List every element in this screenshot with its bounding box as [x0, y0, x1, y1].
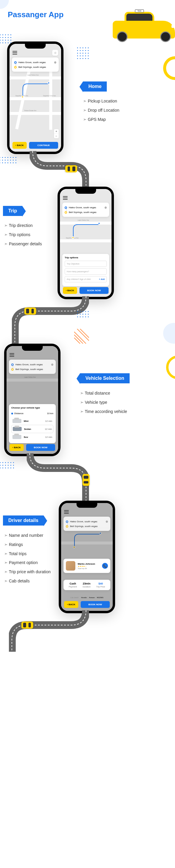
dropoff-icon — [14, 66, 17, 68]
back-button[interactable]: ‹ BACK — [9, 444, 24, 451]
locate-icon[interactable]: ⊕ — [54, 61, 56, 64]
svg-line-2 — [74, 338, 80, 344]
driver-card: Marks Johnson ★★★★☆ Total trip 84 📞 — [63, 559, 110, 573]
phone-trip: Lapis Harbor Ave Sapphire Cove Ave Hales… — [58, 187, 114, 299]
home-label: Home — [83, 82, 107, 92]
driver-features: Name and number Ratings Total trips Paym… — [4, 531, 51, 586]
add-link[interactable]: + Add — [99, 278, 105, 280]
menu-icon[interactable] — [63, 196, 68, 200]
road-segment — [27, 450, 89, 506]
menu-icon[interactable] — [64, 510, 69, 514]
taxi-road-icon — [24, 308, 36, 315]
vehicle-panel: Choose your vehicle type Distance 10 km … — [9, 404, 56, 443]
locate-icon[interactable]: ⊕ — [105, 206, 107, 209]
pickup-icon — [14, 61, 17, 64]
trip-count: Total trip 84 — [78, 568, 100, 569]
pickup-icon — [65, 207, 67, 209]
passengers-input[interactable]: How many passengers? — [65, 269, 107, 275]
svg-line-0 — [74, 332, 86, 344]
taxi-road-icon — [21, 622, 33, 629]
book-button[interactable]: BOOK NOW — [80, 287, 109, 294]
phone-vehicle: Lapis Harbor Ave Hales Grove, south vega… — [4, 344, 60, 456]
back-button[interactable]: ‹ BACK — [64, 601, 78, 608]
continue-button[interactable]: CONTINUE — [29, 142, 58, 149]
favorite-button[interactable]: ☆ — [52, 50, 58, 56]
trip-stats: CashPayment 23minDuration $40Trip Price — [63, 580, 110, 590]
book-button[interactable]: BOOK NOW — [81, 601, 110, 608]
svg-line-3 — [77, 329, 89, 341]
phone-driver: Hales Grove, south vegas⊕ Bell Srprings,… — [59, 501, 115, 613]
vehicle-option-sedan[interactable]: Sedan 12 min — [11, 425, 53, 433]
menu-icon[interactable] — [12, 51, 17, 55]
location-card: Hales Grove, south vegas⊕ Bell Srprings,… — [9, 360, 56, 374]
taxi-road-icon — [65, 165, 77, 173]
back-button[interactable]: ‹ BACK — [63, 287, 77, 294]
driver-rating: ★★★★☆ — [78, 565, 100, 568]
trip-features: Trip direction Trip options Passenger de… — [4, 221, 42, 248]
phone-home: Lapis Harbor Ave Sapphire Cove Ave Palac… — [7, 41, 63, 154]
vehicle-option-mini[interactable]: Mini 12 min — [11, 417, 53, 425]
cab-detail: Cab detail: Honda|Amaze|NG2501 — [63, 597, 110, 598]
pickup-text: Hales Grove, south vegas — [19, 61, 46, 64]
call-button[interactable]: 📞 — [102, 563, 108, 569]
vehicle-features: Total distance Vehicle type Time accordi… — [80, 389, 127, 416]
location-card: Hales Grove, south vegas ⊕ Bell Srprings… — [62, 203, 109, 217]
driver-avatar — [66, 561, 75, 570]
deco-stripes — [74, 329, 89, 344]
back-button[interactable]: ‹ BACK — [12, 142, 27, 149]
location-card: Hales Grove, south vegas⊕ Bell Srprings,… — [63, 517, 110, 531]
home-features: Pickup Location Drop off Location GPS Ma… — [83, 97, 119, 124]
children-input[interactable]: Any children? Age of child+ Add — [65, 276, 107, 282]
zoom-controls[interactable]: +− — [54, 129, 59, 138]
dropoff-icon — [65, 211, 67, 214]
location-card: Hales Grove, south vegas ⊕ Bell Srprings… — [12, 58, 59, 72]
vehicle-label: Vehicle Selection — [80, 373, 129, 383]
driver-name: Marks Johnson — [78, 563, 100, 565]
driver-label: Driver details — [3, 516, 43, 526]
menu-icon[interactable] — [9, 353, 14, 357]
trip-objective-input[interactable]: Trip Objective — [65, 261, 107, 267]
trip-label: Trip — [3, 206, 22, 216]
taxi-hero-image: TAXI — [107, 6, 175, 44]
distance-value: 10 km — [47, 412, 53, 415]
taxi-road-icon — [83, 474, 90, 486]
book-button[interactable]: BOOK NOW — [26, 444, 55, 451]
trip-options-panel: Trip options Trip Objective How many pas… — [62, 254, 109, 286]
vehicle-option-suv[interactable]: Suv 12 min — [11, 433, 53, 441]
road-segment — [9, 607, 89, 655]
page-title: Passanger App — [8, 10, 63, 19]
dropoff-text: Bell Srprings, south vegas — [19, 66, 46, 68]
